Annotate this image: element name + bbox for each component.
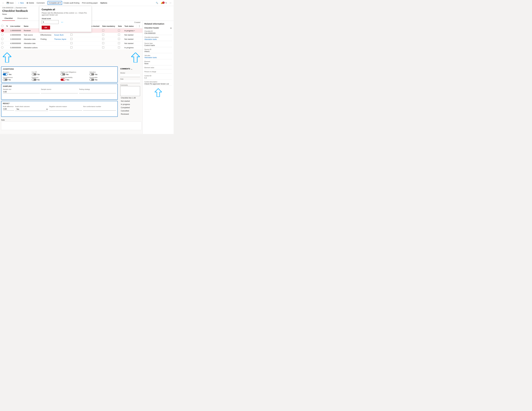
- comment-menu-item[interactable]: Cancelled: [120, 110, 140, 112]
- task-status-dropdown[interactable]: In progress ▾: [124, 30, 135, 32]
- search-button[interactable]: 🔍: [155, 1, 159, 5]
- collapse-button[interactable]: ▲: [170, 27, 172, 29]
- table-row[interactable]: 4.0000000000 Attestation date Not starte…: [0, 41, 142, 46]
- task-status-dropdown[interactable]: In progress: [124, 46, 135, 49]
- date-mandatory-checkbox[interactable]: [102, 29, 104, 31]
- create-audit-finding-button[interactable]: Create audit finding: [62, 1, 81, 5]
- audit-difference-input[interactable]: [3, 108, 14, 110]
- info-field: Person in charge: [144, 71, 172, 73]
- comments-worker-input[interactable]: [120, 74, 140, 77]
- modal-arrow-pointer: ←: [61, 20, 64, 24]
- note-checkbox[interactable]: [118, 38, 120, 40]
- worker-mandatory-checkbox[interactable]: [70, 46, 72, 48]
- info-field: Job plan Attestation tasks: [144, 55, 172, 59]
- tab-observations[interactable]: Observations: [15, 16, 30, 21]
- info-link[interactable]: Attestation tasks: [144, 38, 172, 41]
- comment-menu-item[interactable]: Not started: [120, 100, 140, 102]
- assertion-toggle-row: No: [89, 73, 116, 75]
- col-date-mandatory: Date mandatory: [101, 24, 117, 28]
- new-button[interactable]: ＋ New: [17, 1, 25, 5]
- assertion-toggle[interactable]: [89, 79, 94, 81]
- testing-strategy-input[interactable]: [79, 91, 116, 93]
- assertion-toggle[interactable]: [3, 79, 8, 81]
- info-label: Source ID: [144, 48, 172, 50]
- reporting-dropdown[interactable]: Effectiveness: [40, 34, 52, 36]
- more-options-button[interactable]: ⋯: [168, 1, 172, 5]
- assertion-toggle[interactable]: [89, 73, 94, 75]
- comment-menu-item[interactable]: Reviewed: [120, 113, 140, 115]
- note-textarea[interactable]: [1, 122, 142, 130]
- save-icon: 💾: [7, 2, 9, 4]
- date-mandatory-checkbox[interactable]: [102, 46, 104, 48]
- toggle-thumb: [63, 79, 65, 81]
- refresh-col-icon[interactable]: ↻: [6, 25, 8, 27]
- sample-source-input[interactable]: [41, 91, 78, 93]
- row-circle[interactable]: [1, 46, 3, 48]
- worker-mandatory-checkbox[interactable]: [70, 38, 72, 40]
- date-mandatory-checkbox[interactable]: [102, 34, 104, 36]
- options-button[interactable]: Options: [99, 1, 108, 5]
- table-row[interactable]: 5.0000000000 Attestation actions In prog…: [0, 46, 142, 50]
- sample-size-field: Sample size: [3, 88, 40, 93]
- assertion-toggle-row: No: [3, 79, 29, 81]
- notification-badge: 0: [162, 1, 165, 4]
- comment-menu-item[interactable]: In progress: [120, 103, 140, 106]
- back-button[interactable]: ←: [1, 1, 5, 5]
- modal-actual-score-input[interactable]: [42, 20, 58, 24]
- note-checkbox[interactable]: [118, 29, 120, 31]
- toggle-thumb: [90, 79, 91, 81]
- audit-check-outcome-select[interactable]: Yes No: [15, 108, 48, 111]
- row-worker: Theresa Jayne: [53, 37, 69, 41]
- modal-actual-score-label: Actual score: [42, 18, 89, 20]
- worker-dropdown[interactable]: Susan Burk: [54, 34, 68, 36]
- assertion-toggle[interactable]: [61, 73, 65, 75]
- info-link[interactable]: Attestation tasks: [144, 56, 172, 59]
- negative-outcome-input[interactable]: [49, 108, 82, 110]
- row-circle[interactable]: [1, 38, 3, 40]
- note-checkbox[interactable]: [118, 42, 120, 44]
- print-working-paper-button[interactable]: Print working paper: [81, 1, 99, 5]
- date-mandatory-checkbox[interactable]: [102, 42, 104, 44]
- assertion-toggle[interactable]: [32, 79, 37, 81]
- row-check-icon[interactable]: ✓: [1, 29, 4, 32]
- comment-menu-item[interactable]: Completed: [120, 106, 140, 109]
- save-button[interactable]: 💾 Save: [6, 1, 15, 5]
- worker-mandatory-checkbox[interactable]: [70, 34, 72, 36]
- modal-ok-button[interactable]: OK: [42, 26, 50, 29]
- comment-menu-item[interactable]: Checklist line 1.00: [120, 96, 140, 99]
- worker-dropdown[interactable]: Theresa Jayne: [54, 38, 68, 40]
- pencil-icon[interactable]: ✏: [131, 68, 133, 70]
- modal-title: Complete all: [42, 8, 89, 11]
- worker-name[interactable]: Susan Burk: [54, 34, 64, 36]
- tab-checklist[interactable]: Checklist: [2, 16, 15, 21]
- row-circle[interactable]: [1, 34, 3, 36]
- assertion-toggle[interactable]: [32, 73, 37, 75]
- table-more-icon[interactable]: ⋮: [138, 25, 141, 27]
- sample-size-input[interactable]: [3, 91, 40, 93]
- row-circle[interactable]: [1, 42, 3, 44]
- assertion-toggle[interactable]: [3, 73, 8, 75]
- delete-button[interactable]: 🗑 Delete: [25, 1, 35, 5]
- table-row[interactable]: 2.0000000000 Task source Effectiveness S…: [0, 33, 142, 37]
- refresh-button[interactable]: ↻: [164, 1, 168, 5]
- comment-button[interactable]: Comment: [35, 1, 46, 5]
- note-checkbox[interactable]: [118, 34, 120, 36]
- non-conformance-input[interactable]: [83, 108, 116, 110]
- task-status-value: In progress: [124, 46, 133, 49]
- comments-date-input[interactable]: [120, 80, 140, 83]
- row-name: Attestation data: [23, 37, 39, 41]
- reporting-dropdown[interactable]: Finding: [40, 38, 52, 40]
- assertion-toggle[interactable]: [61, 79, 65, 81]
- date-mandatory-checkbox[interactable]: [102, 38, 104, 40]
- note-checkbox[interactable]: [118, 46, 120, 48]
- comments-textarea[interactable]: [120, 86, 140, 96]
- task-status-dropdown[interactable]: Not started: [124, 42, 135, 45]
- task-status-dropdown[interactable]: Not started: [124, 34, 135, 36]
- worker-name[interactable]: Theresa Jayne: [54, 38, 66, 40]
- worker-mandatory-checkbox[interactable]: [70, 42, 72, 44]
- row-worker: [53, 41, 69, 46]
- complete-all-button[interactable]: Complete all ▾: [48, 1, 62, 5]
- task-status-dropdown[interactable]: Not started: [124, 38, 135, 40]
- select-all-circle[interactable]: [1, 25, 3, 27]
- table-row[interactable]: 3.0000000000 Attestation data Finding Th…: [0, 37, 142, 41]
